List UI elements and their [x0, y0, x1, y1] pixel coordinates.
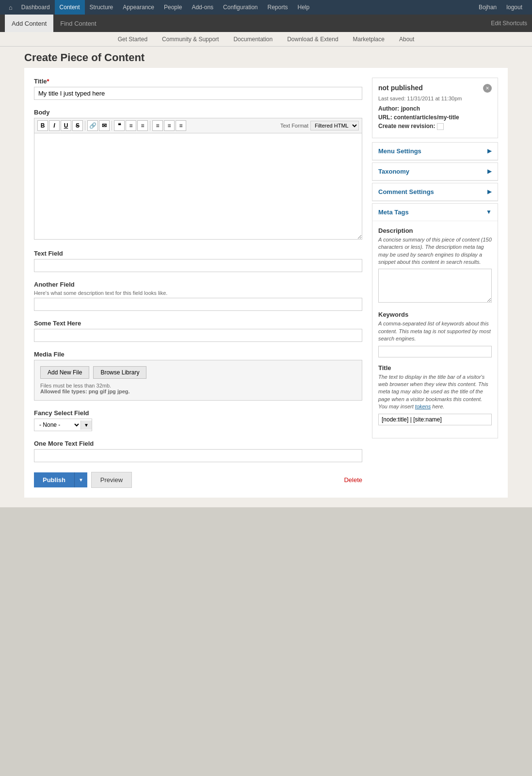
editor-toolbar: B I U S 🔗 ✉ ❝ ≡ ≡ ≡ ≡ ≡ Text Form	[34, 118, 362, 133]
main-wrapper: Title* Body B I U S 🔗 ✉ ❝ ≡ ≡	[0, 68, 532, 507]
left-panel: Title* Body B I U S 🔗 ✉ ❝ ≡ ≡	[34, 78, 362, 488]
title-label: Title*	[34, 78, 362, 85]
toolbar-sep1	[85, 121, 85, 130]
delete-link[interactable]: Delete	[344, 476, 362, 484]
comment-settings-label: Comment Settings	[378, 188, 487, 195]
some-text-group: Some Text Here	[34, 320, 362, 342]
fancy-select-widget[interactable]: - None - ▼	[34, 419, 92, 431]
toolbar-align-left[interactable]: ≡	[152, 120, 163, 131]
find-content-button[interactable]: Find Content	[53, 15, 103, 32]
meta-title-label: Title	[378, 364, 492, 372]
text-field-label: Text Field	[34, 250, 362, 257]
comment-settings-arrow-icon: ▶	[487, 188, 492, 195]
toolbar-ol[interactable]: ≡	[137, 120, 148, 131]
toolbar-link[interactable]: 🔗	[87, 120, 98, 131]
revision-checkbox[interactable]	[437, 123, 444, 130]
some-text-label: Some Text Here	[34, 320, 362, 327]
meta-keywords-input[interactable]	[378, 346, 492, 357]
add-content-button[interactable]: Add Content	[5, 15, 53, 32]
browse-library-button[interactable]: Browse Library	[93, 366, 146, 379]
nav-content[interactable]: Content	[55, 0, 85, 15]
taxonomy-accordion: Taxonomy ▶	[372, 162, 498, 181]
nav-help[interactable]: Help	[293, 0, 315, 15]
media-note2: Allowed file types: png gif jpg jpeg.	[40, 388, 356, 394]
publish-group: Publish ▼	[34, 472, 87, 487]
page-title: Create Piece of Content	[24, 51, 508, 68]
secnav-marketplace[interactable]: Marketplace	[351, 36, 387, 43]
comment-settings-accordion: Comment Settings ▶	[372, 183, 498, 201]
top-navigation: ⌂ Dashboard Content Structure Appearance…	[0, 0, 532, 15]
toolbar-align-center[interactable]: ≡	[164, 120, 175, 131]
meta-keywords-field: Keywords A comma-separated list of keywo…	[378, 311, 492, 357]
title-required: *	[47, 78, 49, 85]
nav-user[interactable]: Bojhan	[474, 0, 501, 15]
one-more-input[interactable]	[34, 449, 362, 462]
some-text-input[interactable]	[34, 329, 362, 342]
title-field-group: Title*	[34, 78, 362, 100]
meta-title-field: Title The text to display in the title b…	[378, 364, 492, 425]
meta-title-input[interactable]	[378, 414, 492, 425]
toolbar-email[interactable]: ✉	[99, 120, 110, 131]
one-more-label: One More Text Field	[34, 440, 362, 447]
comment-settings-header[interactable]: Comment Settings ▶	[372, 183, 498, 201]
toolbar-italic[interactable]: I	[49, 120, 60, 131]
publish-dropdown-button[interactable]: ▼	[74, 472, 87, 487]
meta-description-input[interactable]	[378, 269, 492, 303]
toolbar-bold[interactable]: B	[37, 120, 48, 131]
not-published-label: not published	[378, 84, 423, 92]
secondary-navigation: Get Started Community & Support Document…	[0, 32, 532, 47]
secnav-community[interactable]: Community & Support	[160, 36, 221, 43]
secnav-documentation[interactable]: Documentation	[231, 36, 275, 43]
media-buttons: Add New File Browse Library	[40, 366, 356, 379]
nav-people[interactable]: People	[159, 0, 187, 15]
right-panel: not published × Last saved: 11/31/2011 a…	[372, 78, 498, 488]
fancy-select-input[interactable]: - None -	[34, 419, 81, 431]
toolbar-align-right[interactable]: ≡	[176, 120, 186, 131]
edit-shortcuts-link[interactable]: Edit Shortcuts	[491, 20, 527, 27]
nav-logout[interactable]: logout	[501, 0, 527, 15]
another-field-input[interactable]	[34, 298, 362, 311]
text-format-select[interactable]: Filtered HTML	[310, 121, 359, 130]
meta-description-field: Description A concise summary of this pi…	[378, 227, 492, 305]
one-more-field-group: One More Text Field	[34, 440, 362, 462]
body-editor[interactable]	[34, 133, 362, 240]
nav-reports[interactable]: Reports	[262, 0, 292, 15]
meta-tags-header[interactable]: Meta Tags ▼	[372, 204, 498, 221]
nav-structure[interactable]: Structure	[85, 0, 118, 15]
taxonomy-header[interactable]: Taxonomy ▶	[372, 163, 498, 180]
secnav-download[interactable]: Download & Extend	[285, 36, 340, 43]
meta-tags-body: Description A concise summary of this pi…	[372, 221, 498, 438]
body-label: Body	[34, 109, 362, 116]
toolbar-underline[interactable]: U	[61, 120, 71, 131]
sub-navigation: Add Content Find Content Edit Shortcuts	[0, 15, 532, 32]
nav-dashboard[interactable]: Dashboard	[16, 0, 55, 15]
add-new-file-button[interactable]: Add New File	[40, 366, 89, 379]
menu-settings-header[interactable]: Menu Settings ▶	[372, 143, 498, 160]
meta-title-desc: The text to display in the title bar of …	[378, 373, 492, 411]
body-field-group: Body B I U S 🔗 ✉ ❝ ≡ ≡ ≡ ≡ ≡	[34, 109, 362, 241]
content-area: Title* Body B I U S 🔗 ✉ ❝ ≡ ≡	[24, 68, 508, 498]
sidebar-status-box: not published × Last saved: 11/31/2011 a…	[372, 78, 498, 138]
page-header: Drupal Create Piece of Content	[0, 47, 532, 68]
nav-configuration[interactable]: Configuration	[218, 0, 262, 15]
fancy-select-arrow-icon[interactable]: ▼	[81, 420, 92, 430]
title-input[interactable]	[34, 87, 362, 100]
tokens-link[interactable]: tokens	[415, 404, 431, 409]
secnav-about[interactable]: About	[397, 36, 417, 43]
revision-line: Create new revision:	[378, 123, 492, 130]
close-button[interactable]: ×	[483, 84, 492, 93]
nav-appearance[interactable]: Appearance	[118, 0, 159, 15]
publish-button[interactable]: Publish	[34, 472, 74, 487]
secnav-get-started[interactable]: Get Started	[115, 36, 150, 43]
url-line: URL: content/articles/my-title	[378, 114, 492, 121]
toolbar-strikethrough[interactable]: S	[72, 120, 83, 131]
toolbar-ul[interactable]: ≡	[126, 120, 136, 131]
nav-addons[interactable]: Add-ons	[187, 0, 218, 15]
media-file-group: Media File Add New File Browse Library F…	[34, 351, 362, 401]
text-field-input[interactable]	[34, 259, 362, 272]
meta-tags-section: Meta Tags ▼ Description A concise summar…	[372, 203, 498, 438]
author-line: Author: jponch	[378, 105, 492, 112]
toolbar-blockquote[interactable]: ❝	[114, 120, 125, 131]
preview-button[interactable]: Preview	[91, 472, 132, 488]
home-icon[interactable]: ⌂	[5, 4, 16, 11]
